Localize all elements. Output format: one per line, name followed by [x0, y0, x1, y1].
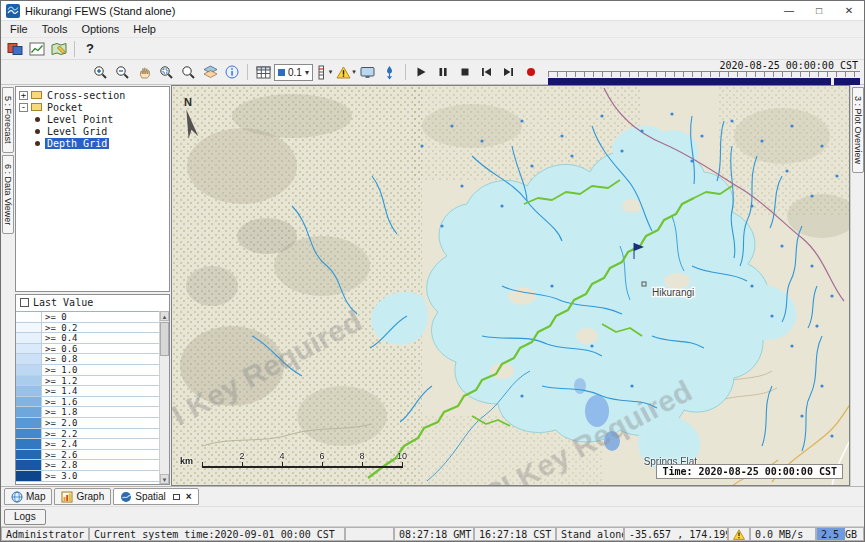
- tree-item[interactable]: -Pocket: [16, 101, 169, 113]
- bullet-icon: [35, 129, 40, 134]
- animation-display-icon[interactable]: [357, 63, 379, 82]
- zoom-extent-icon[interactable]: [177, 63, 199, 82]
- legend-row: >= 0.8: [16, 354, 159, 365]
- map-editor-icon[interactable]: [48, 39, 70, 58]
- status-user: Administrator: [1, 527, 89, 541]
- main-area: 5 : Forecast6 : Data Viewer +Cross-secti…: [1, 85, 864, 486]
- help-icon[interactable]: ?: [79, 39, 101, 58]
- zoom-out-icon[interactable]: [111, 63, 133, 82]
- bullet-icon: [35, 117, 40, 122]
- tree-item[interactable]: Level Grid: [16, 125, 169, 137]
- logs-button[interactable]: Logs: [4, 509, 46, 525]
- map-canvas[interactable]: API Key Required API Key Required Hikura…: [171, 85, 850, 486]
- right-dock-tab-0[interactable]: 3 : Plot Overview: [852, 87, 864, 173]
- play-icon[interactable]: [410, 63, 432, 82]
- town-label: Hikurangi: [652, 287, 694, 298]
- scroll-down-icon[interactable]: ▼: [160, 474, 169, 484]
- legend-scrollbar[interactable]: ▲ ▼: [159, 311, 169, 484]
- current-datetime: 2020-08-25 00:00:00 CST: [548, 60, 860, 71]
- legend-swatch: [16, 450, 42, 460]
- jump-start-icon[interactable]: [476, 63, 498, 82]
- tab-spatial-label: Spatial: [135, 491, 166, 502]
- tree-item[interactable]: +Cross-section: [16, 89, 169, 101]
- scale-tick-label: 10: [397, 451, 407, 461]
- title-bar: Hikurangi FEWS (Stand alone) — □ ✕: [1, 1, 864, 21]
- zoom-in-icon[interactable]: [89, 63, 111, 82]
- restore-pane-icon[interactable]: [173, 494, 180, 500]
- chevron-down-icon: ▾: [329, 68, 333, 76]
- close-button[interactable]: ✕: [834, 1, 864, 20]
- legend-swatch: [16, 407, 42, 417]
- last-value-checkbox[interactable]: [20, 298, 29, 307]
- scroll-up-icon[interactable]: ▲: [160, 311, 169, 321]
- marker-swatch-icon: [278, 69, 285, 76]
- scale-tick-label: 4: [279, 451, 284, 461]
- status-download-rate: 0.0 MB/s: [750, 527, 816, 541]
- scale-tick: [282, 462, 283, 468]
- chevron-down-icon: ▾: [305, 68, 309, 77]
- legend-row: >= 0.4: [16, 333, 159, 344]
- record-icon[interactable]: [520, 63, 542, 82]
- profile-tool-icon[interactable]: [379, 63, 401, 82]
- tree-expander-icon[interactable]: -: [19, 103, 28, 112]
- legend-swatch: [16, 397, 42, 407]
- gauge-display-icon[interactable]: ▾: [313, 63, 335, 82]
- tree-item-label: Cross-section: [45, 90, 127, 101]
- zoom-rectangle-icon[interactable]: [155, 63, 177, 82]
- tree-expander-icon[interactable]: +: [19, 91, 28, 100]
- chart-icon: [61, 491, 73, 503]
- window-title: Hikurangi FEWS (Stand alone): [25, 5, 175, 17]
- marker-size-value: 0.1: [288, 67, 302, 78]
- legend-label: >= 1.8: [42, 407, 78, 417]
- legend-label: >= 1.0: [42, 365, 78, 375]
- scale-tick: [402, 462, 403, 468]
- tab-spatial[interactable]: Spatial ×: [113, 488, 198, 505]
- legend-swatch: [16, 365, 42, 375]
- legend-row: >= 1.2: [16, 376, 159, 387]
- tree-item-label: Level Point: [45, 114, 115, 125]
- grid-display-icon[interactable]: [252, 63, 274, 82]
- scale-tick-label: 2: [239, 451, 244, 461]
- data-display-icon[interactable]: [26, 39, 48, 58]
- status-bar: Administrator Current system time:2020-0…: [1, 526, 864, 541]
- layers-icon[interactable]: [199, 63, 221, 82]
- chevron-down-icon: ▾: [352, 68, 356, 76]
- info-icon[interactable]: [221, 63, 243, 82]
- explorer-icon[interactable]: [4, 39, 26, 58]
- left-dock-tab-1[interactable]: 6 : Data Viewer: [2, 155, 14, 234]
- scale-line: [202, 466, 402, 468]
- menu-item-tools[interactable]: Tools: [35, 22, 75, 36]
- legend-swatch: [16, 376, 42, 386]
- tab-map[interactable]: Map: [4, 488, 52, 505]
- folder-icon: [31, 103, 42, 111]
- minimize-button[interactable]: —: [774, 1, 804, 20]
- pan-hand-icon[interactable]: [133, 63, 155, 82]
- threshold-warning-icon[interactable]: ▾: [335, 63, 357, 82]
- marker-size-combo[interactable]: 0.1 ▾: [274, 64, 313, 81]
- time-span-bar[interactable]: [548, 78, 860, 85]
- scroll-thumb[interactable]: [160, 322, 169, 356]
- tree-item[interactable]: Level Point: [16, 113, 169, 125]
- time-ruler[interactable]: [548, 71, 860, 77]
- menu-item-file[interactable]: File: [3, 22, 35, 36]
- stop-icon[interactable]: [454, 63, 476, 82]
- tab-graph[interactable]: Graph: [54, 488, 111, 505]
- pause-icon[interactable]: [432, 63, 454, 82]
- spatial-icon: [120, 491, 132, 503]
- legend-panel: Last Value >= 0>= 0.2>= 0.4>= 0.6>= 0.8>…: [15, 294, 170, 485]
- time-navigator[interactable]: 2020-08-25 00:00:00 CST: [548, 60, 860, 85]
- memory-label: 2.5 GB: [821, 529, 857, 540]
- status-warning-icon[interactable]: [728, 527, 750, 541]
- menu-item-help[interactable]: Help: [126, 22, 163, 36]
- tree-item[interactable]: Depth Grid: [16, 137, 169, 149]
- maximize-button[interactable]: □: [804, 1, 834, 20]
- spatial-toolbar: 0.1 ▾ ▾ ▾: [1, 59, 864, 85]
- legend-label: >= 2.4: [42, 439, 78, 449]
- scale-tick-label: 6: [319, 451, 324, 461]
- menu-item-options[interactable]: Options: [74, 22, 126, 36]
- left-dock-tab-0[interactable]: 5 : Forecast: [2, 87, 14, 153]
- jump-end-icon[interactable]: [498, 63, 520, 82]
- legend-row: >= 2.4: [16, 439, 159, 450]
- legend-swatch: [16, 323, 42, 333]
- close-tab-icon[interactable]: ×: [186, 492, 192, 502]
